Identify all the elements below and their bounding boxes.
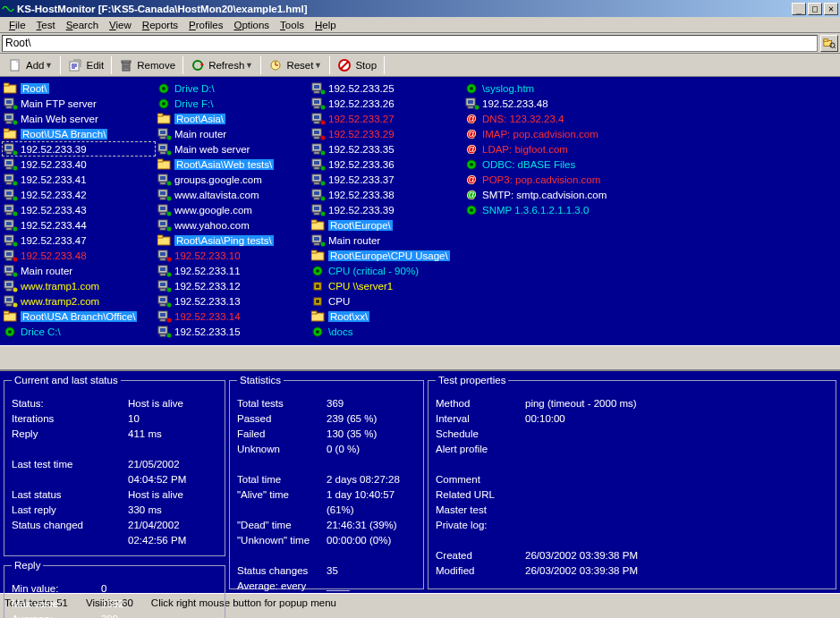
test-item[interactable]: Main router [2, 263, 156, 278]
test-item[interactable]: @IMAP: pop.cadvision.com [463, 126, 617, 141]
test-item[interactable]: SNMP 1.3.6.1.2.1.1.3.0 [463, 202, 617, 217]
info-row: Related URL [436, 487, 828, 503]
host-icon [157, 174, 172, 186]
test-item[interactable]: 192.52.233.43 [2, 202, 156, 217]
test-item[interactable]: @LDAP: bigfoot.com [463, 141, 617, 157]
reset-button[interactable]: Reset ▼ [263, 55, 327, 75]
test-item[interactable]: 192.52.233.15 [156, 324, 310, 339]
test-item[interactable]: 192.52.233.44 [2, 217, 156, 233]
splitter[interactable] [0, 345, 840, 369]
test-item[interactable]: \syslog.htm [463, 80, 617, 96]
svg-point-40 [13, 165, 18, 170]
item-label: Drive F:\ [174, 98, 213, 109]
test-item[interactable]: 192.52.233.25 [310, 80, 463, 96]
info-label: Alert profile [436, 442, 525, 457]
test-item[interactable]: Main router [156, 126, 310, 141]
address-browse-button[interactable] [820, 35, 838, 52]
test-item[interactable]: CPU [310, 293, 463, 309]
test-item[interactable]: 192.52.233.39 [310, 202, 463, 217]
test-item[interactable]: www.google.com [156, 202, 310, 217]
app-icon [2, 3, 14, 15]
refresh-button[interactable]: Refresh ▼ [185, 55, 259, 75]
dropdown-icon[interactable]: ▼ [244, 61, 253, 70]
menu-file[interactable]: File [4, 19, 31, 31]
menu-reports[interactable]: Reports [137, 19, 183, 31]
test-item[interactable]: Drice C:\ [2, 324, 156, 339]
test-item[interactable]: 192.52.233.48 [463, 96, 617, 111]
menu-help[interactable]: Help [310, 19, 342, 31]
test-item[interactable]: CPU \\server1 [310, 278, 463, 293]
remove-button[interactable]: Remove [114, 55, 181, 75]
info-row: Total time2 days 08:27:28 [237, 472, 416, 487]
test-item[interactable]: Main router [310, 233, 463, 248]
test-list[interactable]: Root\Main FTP serverMain Web serverRoot\… [0, 77, 840, 345]
menu-tools[interactable]: Tools [275, 19, 310, 31]
test-item[interactable]: 192.52.233.36 [310, 157, 463, 172]
test-item[interactable]: Drive F:\ [156, 96, 310, 111]
menu-options[interactable]: Options [228, 19, 275, 31]
close-button[interactable]: ✕ [824, 3, 838, 15]
add-button[interactable]: Add ▼ [3, 55, 58, 75]
folder-item[interactable]: Root\xx\ [310, 309, 463, 324]
svg-rect-93 [160, 152, 165, 154]
test-item[interactable]: 192.52.233.14 [156, 309, 310, 324]
test-item[interactable]: \docs [310, 324, 463, 339]
test-item[interactable]: 192.52.233.38 [310, 187, 463, 202]
folder-item[interactable]: Root\ [2, 80, 156, 96]
test-item[interactable]: www.tramp1.com [2, 278, 156, 293]
folder-item[interactable]: Root\USA Branch\ [2, 126, 156, 141]
menu-view[interactable]: View [104, 19, 137, 31]
test-item[interactable]: 192.52.233.41 [2, 172, 156, 187]
test-item[interactable]: 192.52.233.11 [156, 263, 310, 278]
test-item[interactable]: 192.52.233.29 [310, 126, 463, 141]
menu-test[interactable]: Test [31, 19, 61, 31]
test-item[interactable]: @DNS: 123.32.23.4 [463, 111, 617, 126]
test-item[interactable]: 192.52.233.10 [156, 248, 310, 263]
address-input[interactable] [2, 35, 818, 52]
menu-search[interactable]: Search [61, 19, 104, 31]
dropdown-icon[interactable]: ▼ [44, 61, 53, 70]
test-item[interactable]: www.altavista.com [156, 187, 310, 202]
test-item[interactable]: 192.52.233.39 [2, 141, 156, 157]
maximize-button[interactable]: □ [808, 3, 822, 15]
test-item[interactable]: 192.52.233.35 [310, 141, 463, 157]
stop-button[interactable]: Stop [332, 55, 382, 75]
test-item[interactable]: 192.52.233.47 [2, 233, 156, 248]
menu-profiles[interactable]: Profiles [183, 19, 228, 31]
folder-item[interactable]: Root\Asia\ [156, 111, 310, 126]
info-row: Unknown0 (0 %) [237, 442, 416, 457]
folder-item[interactable]: Root\Europe\CPU Usage\ [310, 248, 463, 263]
test-item[interactable]: @POP3: pop.cadvision.com [463, 172, 617, 187]
test-item[interactable]: @SMTP: smtp.cadvision.com [463, 187, 617, 202]
test-item[interactable]: Main web server [156, 141, 310, 157]
edit-button[interactable]: Edit [63, 55, 109, 75]
test-item[interactable]: www.yahoo.com [156, 217, 310, 233]
dropdown-icon[interactable]: ▼ [313, 61, 322, 70]
test-item[interactable]: www.tramp2.com [2, 293, 156, 309]
test-item[interactable]: Drive D:\ [156, 80, 310, 96]
test-item[interactable]: CPU (critical - 90%) [310, 263, 463, 278]
svg-rect-22 [4, 83, 9, 86]
folder-item[interactable]: Root\Asia\Ping tests\ [156, 233, 310, 248]
test-item[interactable]: Main Web server [2, 111, 156, 126]
statistics-panel: Statistics Total tests369Passed239 (65 %… [229, 375, 424, 589]
info-row: Status changes35 [237, 563, 416, 579]
test-item[interactable]: 192.52.233.37 [310, 172, 463, 187]
item-label: 192.52.233.37 [328, 174, 395, 185]
svg-rect-190 [311, 311, 317, 314]
test-item[interactable]: groups.google.com [156, 172, 310, 187]
test-item[interactable]: 192.52.233.13 [156, 293, 310, 309]
folder-item[interactable]: Root\USA Branch\Office\ [2, 309, 156, 324]
test-item[interactable]: 192.52.233.27 [310, 111, 463, 126]
test-item[interactable]: 192.52.233.42 [2, 187, 156, 202]
folder-item[interactable]: Root\Asia\Web tests\ [156, 157, 310, 172]
minimize-button[interactable]: _ [792, 3, 806, 15]
test-item[interactable]: 192.52.233.48 [2, 248, 156, 263]
test-item[interactable]: Main FTP server [2, 96, 156, 111]
test-item[interactable]: ODBC: dBASE Files [463, 157, 617, 172]
test-item[interactable]: 192.52.233.12 [156, 278, 310, 293]
test-item[interactable]: 192.52.233.40 [2, 157, 156, 172]
folder-item[interactable]: Root\Europe\ [310, 217, 463, 233]
folder-icon [157, 113, 172, 125]
test-item[interactable]: 192.52.233.26 [310, 96, 463, 111]
